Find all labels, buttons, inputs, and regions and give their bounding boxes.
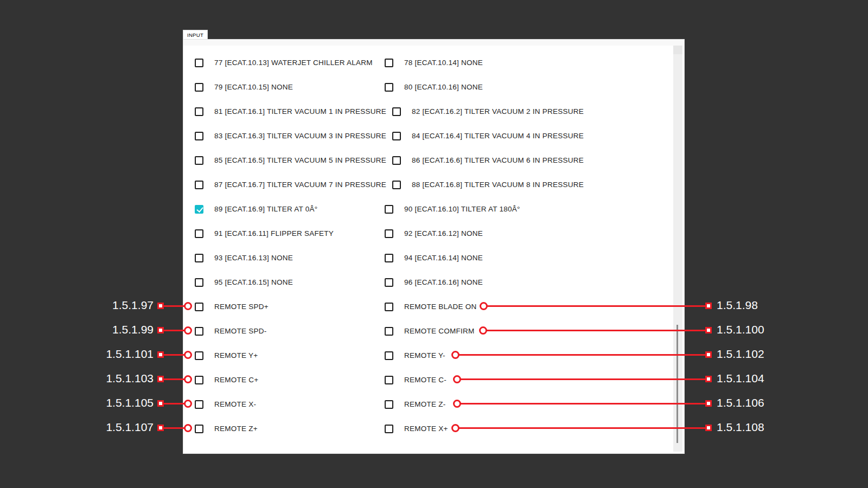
panel-top-strip (183, 40, 684, 46)
checkbox-label: 81 [ECAT.16.1] TILTER VACUUM 1 IN PRESSU… (214, 107, 386, 115)
checkbox[interactable] (385, 425, 393, 433)
checkbox[interactable] (195, 425, 203, 433)
row-cell: 83 [ECAT.16.3] TILTER VACUUM 3 IN PRESSU… (195, 132, 392, 140)
checkbox[interactable] (392, 132, 401, 140)
checkbox[interactable] (385, 229, 393, 238)
row-cell: 79 [ECAT.10.15] NONE (195, 83, 385, 92)
row-cell: REMOTE SPD- (195, 327, 385, 336)
checkbox[interactable] (195, 132, 203, 140)
checkbox[interactable] (195, 351, 203, 360)
callout-line (483, 305, 709, 307)
checkbox[interactable] (385, 376, 393, 384)
callout-line (455, 354, 709, 356)
row-cell: 82 [ECAT.16.2] TILTER VACUUM 2 IN PRESSU… (392, 107, 584, 116)
checkbox[interactable] (195, 59, 203, 67)
checkbox-label: REMOTE Y- (404, 351, 445, 359)
circle-marker (479, 326, 487, 335)
row-cell: 78 [ECAT.10.14] NONE (385, 59, 483, 67)
row-cell: 94 [ECAT.16.14] NONE (385, 254, 483, 262)
row-cell: REMOTE Z- (385, 400, 446, 409)
checkbox[interactable] (195, 376, 203, 384)
checkbox[interactable] (195, 181, 203, 189)
scrollbar-thumb[interactable] (676, 325, 678, 443)
square-marker (705, 351, 712, 358)
checkbox[interactable] (195, 254, 203, 262)
checkbox-label: REMOTE X- (214, 400, 256, 408)
checkbox[interactable] (385, 278, 393, 287)
annotation-label: 1.5.1.107 (106, 421, 154, 434)
checkbox[interactable] (385, 327, 393, 336)
checkbox[interactable] (195, 107, 203, 116)
row-cell: REMOTE SPD+ (195, 303, 385, 311)
row-cell: REMOTE Y+ (195, 351, 385, 360)
checkbox[interactable] (385, 59, 393, 67)
row-cell: 93 [ECAT.16.13] NONE (195, 254, 385, 262)
screen-background: INPUT 77 [ECAT.10.13] WATERJET CHILLER A… (0, 0, 868, 488)
row-cell: 86 [ECAT.16.6] TILTER VACUUM 6 IN PRESSU… (392, 156, 584, 165)
row-cell: 81 [ECAT.16.1] TILTER VACUUM 1 IN PRESSU… (195, 107, 392, 116)
square-marker (705, 327, 712, 333)
checkbox[interactable] (385, 205, 393, 214)
circle-marker (184, 400, 192, 408)
row-cell: REMOTE Z+ (195, 425, 385, 433)
checkbox-label: 96 [ECAT.16.16] NONE (404, 278, 483, 286)
checkbox[interactable] (195, 327, 203, 336)
annotation-label: 1.5.1.99 (112, 323, 154, 336)
row-cell: REMOTE C+ (195, 376, 385, 384)
checkbox-row: REMOTE SPD+ REMOTE BLADE ON (195, 294, 671, 319)
circle-marker (480, 302, 488, 310)
row-cell: REMOTE C- (385, 376, 446, 384)
scrollbar-top-button[interactable] (673, 46, 682, 54)
circle-marker (184, 424, 192, 432)
circle-marker (451, 351, 459, 359)
checkbox[interactable] (385, 400, 393, 409)
checkbox[interactable] (195, 83, 203, 92)
checkbox[interactable] (392, 107, 401, 116)
checkbox-label: REMOTE Z- (404, 400, 446, 408)
checkbox[interactable] (385, 254, 393, 262)
checkbox[interactable] (195, 229, 203, 238)
checkbox-row: REMOTE Y+ REMOTE Y- (195, 343, 671, 368)
checkbox-row: 89 [ECAT.16.9] TILTER AT 0Â° 90 [ECAT.16… (195, 197, 671, 221)
row-cell: 88 [ECAT.16.8] TILTER VACUUM 8 IN PRESSU… (392, 181, 584, 189)
annotation-label: 1.5.1.101 (106, 348, 154, 361)
callout-line (457, 378, 709, 380)
checkbox[interactable] (195, 278, 203, 287)
row-cell: 92 [ECAT.16.12] NONE (385, 229, 483, 238)
row-cell: REMOTE X- (195, 400, 385, 409)
checkbox-label: 91 [ECAT.16.11] FLIPPER SAFETY (214, 229, 334, 237)
checkbox[interactable] (195, 205, 203, 214)
row-cell: 95 [ECAT.16.15] NONE (195, 278, 385, 287)
row-cell: 80 [ECAT.10.16] NONE (385, 83, 483, 92)
checkbox[interactable] (195, 156, 203, 165)
circle-marker (184, 326, 192, 335)
checkbox[interactable] (392, 181, 401, 189)
checkbox-label: REMOTE BLADE ON (404, 303, 477, 311)
checkbox[interactable] (195, 400, 203, 409)
checkbox[interactable] (392, 156, 401, 165)
checkbox-label: 85 [ECAT.16.5] TILTER VACUUM 5 IN PRESSU… (214, 156, 386, 164)
annotation-label: 1.5.1.106 (717, 396, 764, 409)
annotation-label: 1.5.1.97 (112, 299, 154, 312)
checkbox-label: REMOTE X+ (404, 425, 448, 433)
checkbox-row: 95 [ECAT.16.15] NONE 96 [ECAT.16.16] NON… (195, 270, 671, 294)
callout-line (483, 330, 709, 331)
row-cell: 90 [ECAT.16.10] TILTER AT 180Â° (385, 205, 520, 214)
checkbox-label: 84 [ECAT.16.4] TILTER VACUUM 4 IN PRESSU… (412, 132, 584, 140)
checkbox[interactable] (385, 83, 393, 92)
checkbox-row: 93 [ECAT.16.13] NONE 94 [ECAT.16.14] NON… (195, 246, 671, 270)
square-marker (705, 400, 712, 407)
tab-input[interactable]: INPUT (183, 30, 208, 40)
checkbox[interactable] (385, 351, 393, 360)
circle-marker (453, 400, 461, 408)
callout-line (455, 427, 709, 429)
checkbox[interactable] (385, 303, 393, 311)
annotation-label: 1.5.1.103 (106, 372, 154, 385)
input-panel: 77 [ECAT.10.13] WATERJET CHILLER ALARM 7… (183, 39, 685, 454)
checkbox[interactable] (195, 303, 203, 311)
row-cell: 91 [ECAT.16.11] FLIPPER SAFETY (195, 229, 385, 238)
checkbox-label: 95 [ECAT.16.15] NONE (214, 278, 293, 286)
checkbox-label: 79 [ECAT.10.15] NONE (214, 83, 293, 91)
scrollbar-track[interactable] (673, 46, 682, 452)
tab-input-label: INPUT (187, 32, 203, 38)
